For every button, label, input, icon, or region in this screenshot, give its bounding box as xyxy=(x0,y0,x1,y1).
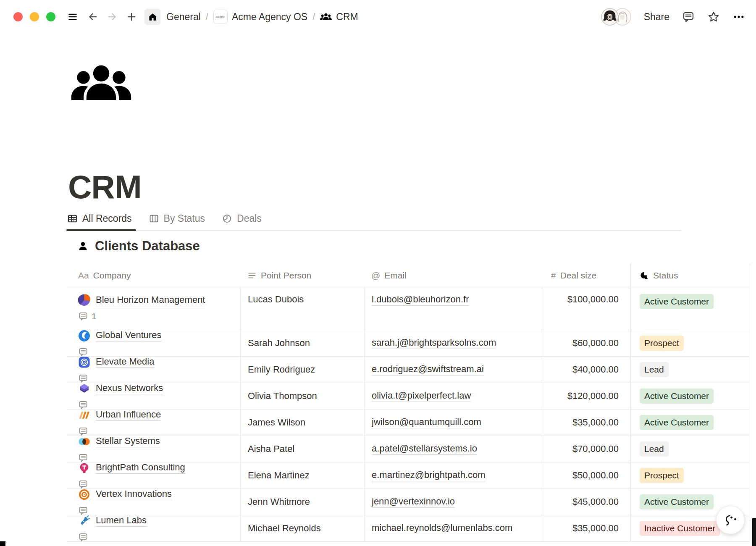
deal-size-cell[interactable]: $70,000.00 xyxy=(542,436,630,462)
breadcrumb-general[interactable]: General xyxy=(166,11,201,23)
notion-ai-fab-button[interactable] xyxy=(716,506,745,534)
status-cell[interactable]: Prospect xyxy=(630,330,750,356)
table-row[interactable]: Lumen Labs Michael Reynolds michael.reyn… xyxy=(67,515,750,542)
page-title[interactable]: CRM xyxy=(68,168,142,206)
home-icon[interactable] xyxy=(144,9,160,25)
point-person-cell[interactable]: Jenn Whitmore xyxy=(240,489,364,515)
deal-size-cell[interactable]: $60,000.00 xyxy=(542,330,630,356)
close-window-button[interactable] xyxy=(13,12,23,21)
deal-size-cell[interactable]: $35,000.00 xyxy=(542,410,630,436)
page-icon-people[interactable] xyxy=(69,63,133,103)
comment-count[interactable] xyxy=(78,532,147,542)
breadcrumb-workspace[interactable]: acme Acme Agency OS xyxy=(213,10,307,24)
tab-by-status[interactable]: By Status xyxy=(149,207,205,230)
column-header-point-person[interactable]: Point Person xyxy=(240,264,364,287)
point-person-cell[interactable]: Elena Martinez xyxy=(240,462,364,488)
comment-count[interactable] xyxy=(78,400,163,410)
email-link[interactable]: e.martinez@brightpath.com xyxy=(372,470,486,481)
board-view-icon xyxy=(149,213,159,224)
company-link[interactable]: Elevate Media xyxy=(96,357,154,368)
table-row[interactable]: Global Ventures Sarah Johnson sarah.j@br… xyxy=(67,330,750,357)
point-person-cell[interactable]: Michael Reynolds xyxy=(240,515,364,541)
point-person-cell[interactable]: Emily Rodriguez xyxy=(240,357,364,383)
company-link[interactable]: Stellar Systems xyxy=(96,436,160,447)
breadcrumb-separator: / xyxy=(312,11,315,22)
share-button[interactable]: Share xyxy=(644,11,669,23)
company-link[interactable]: Nexus Networks xyxy=(96,383,163,394)
point-person-cell[interactable]: Lucas Dubois xyxy=(240,287,364,330)
email-link[interactable]: olivia.t@pixelperfect.law xyxy=(372,390,471,402)
status-badge: Lead xyxy=(640,441,669,457)
deal-size-cell[interactable]: $100,000.00 xyxy=(542,287,630,330)
company-link[interactable]: Lumen Labs xyxy=(96,515,147,527)
minimize-window-button[interactable] xyxy=(30,12,39,21)
comment-count[interactable] xyxy=(78,347,162,357)
status-cell[interactable]: Active Customer xyxy=(630,383,750,409)
status-cell[interactable]: Lead xyxy=(630,436,750,462)
scrollbar-strip[interactable] xyxy=(752,518,756,546)
breadcrumb-separator: / xyxy=(206,11,208,22)
tab-deals[interactable]: Deals xyxy=(222,207,262,230)
company-link[interactable]: Global Ventures xyxy=(96,330,162,341)
favorite-star-icon[interactable] xyxy=(707,10,720,23)
column-header-email[interactable]: @Email xyxy=(364,264,542,287)
collaborator-avatars[interactable] xyxy=(601,8,631,26)
deal-size-cell[interactable]: $120,000.00 xyxy=(542,383,630,409)
table-row[interactable]: Vertex Innovations Jenn Whitmore jenn@ve… xyxy=(67,489,750,515)
table-row[interactable]: Urban Influence James Wilson jwilson@qua… xyxy=(67,410,750,436)
sidebar-menu-icon[interactable] xyxy=(66,10,79,23)
table-row[interactable]: Stellar Systems Aisha Patel a.patel@stel… xyxy=(67,436,750,462)
status-badge: Active Customer xyxy=(640,415,714,430)
comment-icon xyxy=(78,479,88,489)
status-cell[interactable]: Active Customer xyxy=(630,410,750,436)
more-options-icon[interactable] xyxy=(732,10,745,23)
deal-size-cell[interactable]: $45,000.00 xyxy=(542,489,630,515)
email-link[interactable]: michael.reynolds@lumenlabs.com xyxy=(372,522,512,534)
new-page-icon[interactable] xyxy=(125,10,138,23)
company-link[interactable]: Vertex Innovations xyxy=(96,489,172,500)
status-cell[interactable]: Active Customer xyxy=(630,287,750,330)
table-row[interactable]: Elevate Media Emily Rodriguez e.rodrigue… xyxy=(67,357,750,383)
point-person-cell[interactable]: James Wilson xyxy=(240,410,364,436)
breadcrumb: General / acme Acme Agency OS / CRM xyxy=(166,10,358,24)
table-row[interactable]: Nexus Networks Olivia Thompson olivia.t@… xyxy=(67,383,750,410)
database-title[interactable]: Clients Database xyxy=(95,239,200,254)
comments-icon[interactable] xyxy=(682,10,695,23)
company-link[interactable]: BrightPath Consulting xyxy=(96,462,185,474)
traffic-lights xyxy=(13,12,55,21)
email-link[interactable]: sarah.j@brightsparksolns.com xyxy=(372,337,496,349)
column-header-status[interactable]: Status xyxy=(630,264,750,287)
comment-count[interactable] xyxy=(78,426,161,436)
comment-count[interactable] xyxy=(78,479,185,489)
email-link[interactable]: e.rodriguez@swiftstream.ai xyxy=(372,364,484,375)
breadcrumb-crm[interactable]: CRM xyxy=(320,11,358,23)
forward-icon[interactable] xyxy=(106,10,118,23)
status-cell[interactable]: Lead xyxy=(630,357,750,383)
comment-count[interactable]: 1 xyxy=(78,311,205,321)
column-header-company[interactable]: AaCompany xyxy=(67,264,240,287)
email-link[interactable]: l.dubois@bleuhorizon.fr xyxy=(372,294,469,306)
status-cell[interactable]: Prospect xyxy=(630,462,750,488)
comment-count[interactable] xyxy=(78,506,172,515)
company-link[interactable]: Urban Influence xyxy=(96,410,161,421)
email-link[interactable]: jenn@vertexinnov.io xyxy=(372,496,455,508)
back-icon[interactable] xyxy=(87,10,99,23)
deal-size-cell[interactable]: $35,000.00 xyxy=(542,515,630,541)
point-person-cell[interactable]: Aisha Patel xyxy=(240,436,364,462)
table-row[interactable]: Bleu Horizon Management 1 Lucas Dubois l… xyxy=(67,287,750,330)
comment-count[interactable] xyxy=(78,373,154,383)
email-link[interactable]: a.patel@stellarsystems.io xyxy=(372,443,477,455)
company-link[interactable]: Bleu Horizon Management xyxy=(96,294,205,306)
table-row[interactable]: BrightPath Consulting Elena Martinez e.m… xyxy=(67,462,750,489)
email-link[interactable]: jwilson@quantumquill.com xyxy=(372,417,481,428)
point-person-cell[interactable]: Sarah Johnson xyxy=(240,330,364,356)
deal-size-cell[interactable]: $40,000.00 xyxy=(542,357,630,383)
comment-icon xyxy=(78,373,88,383)
clients-table: AaCompanyPoint Person@Email#Deal sizeSta… xyxy=(67,264,750,542)
column-header-deal-size[interactable]: #Deal size xyxy=(542,264,630,287)
comment-count[interactable] xyxy=(78,453,160,462)
zoom-window-button[interactable] xyxy=(46,12,55,21)
tab-all-records[interactable]: All Records xyxy=(67,207,132,230)
point-person-cell[interactable]: Olivia Thompson xyxy=(240,383,364,409)
deal-size-cell[interactable]: $50,000.00 xyxy=(542,462,630,488)
